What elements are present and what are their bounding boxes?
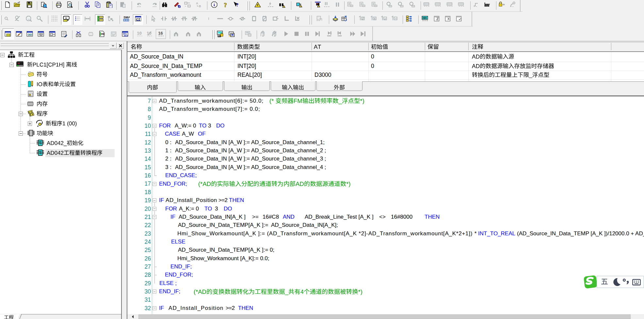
svg-text:10: 10 (147, 31, 152, 36)
svg-text:S: S (39, 141, 42, 145)
svg-text:?: ? (224, 2, 227, 8)
svg-text:002: 002 (124, 35, 128, 37)
svg-text:CI: CI (136, 18, 140, 22)
svg-text:HH: HH (423, 16, 427, 20)
svg-text:?: ? (236, 2, 239, 8)
svg-text:10: 10 (137, 31, 142, 36)
svg-text:B: B (199, 5, 201, 8)
svg-text:w: w (65, 16, 67, 20)
svg-text:S: S (39, 150, 42, 155)
svg-text:HC: HC (101, 32, 105, 36)
svg-text:A: A (196, 2, 198, 5)
svg-text:16: 16 (158, 31, 163, 36)
svg-text:SMA: SMA (123, 16, 130, 19)
